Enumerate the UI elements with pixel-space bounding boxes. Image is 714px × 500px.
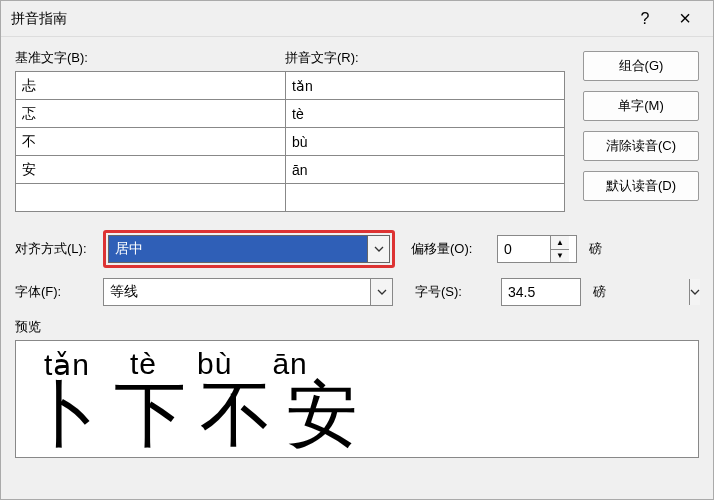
default-ruby-button[interactable]: 默认读音(D) — [583, 171, 699, 201]
ruby-cell[interactable]: tè — [286, 100, 564, 127]
help-button[interactable]: ? — [625, 4, 665, 34]
base-cell[interactable]: 安 — [16, 156, 286, 183]
close-icon: × — [679, 7, 691, 30]
font-dropdown-button[interactable] — [370, 279, 392, 305]
alignment-highlight — [103, 230, 395, 268]
base-cell[interactable]: 忑 — [16, 100, 286, 127]
chevron-down-icon — [377, 287, 387, 297]
side-buttons: 组合(G) 单字(M) 清除读音(C) 默认读音(D) — [583, 49, 699, 212]
size-label: 字号(S): — [415, 283, 493, 301]
help-icon: ? — [641, 10, 650, 28]
ruby-cell[interactable]: tǎn — [286, 72, 564, 99]
table-row: 忐 tǎn — [16, 71, 564, 99]
size-combo[interactable] — [501, 278, 581, 306]
preview-hanzi: 安 — [286, 378, 358, 450]
preview-label: 预览 — [15, 318, 699, 336]
base-text-label: 基准文字(B): — [15, 49, 285, 67]
base-cell[interactable]: 忐 — [16, 72, 286, 99]
dialog-title: 拼音指南 — [11, 10, 625, 28]
preview-box: tǎn tè bù ān 卜 下 不 安 — [15, 340, 699, 458]
base-cell[interactable]: 不 — [16, 128, 286, 155]
preview-hanzi: 不 — [200, 378, 272, 450]
alignment-input[interactable] — [109, 236, 367, 262]
font-input[interactable] — [104, 279, 370, 305]
offset-down-button[interactable]: ▼ — [551, 250, 569, 263]
base-cell[interactable] — [16, 184, 286, 211]
ruby-text-label: 拼音文字(R): — [285, 49, 359, 67]
alignment-label: 对齐方式(L): — [15, 240, 95, 258]
alignment-row: 对齐方式(L): 偏移量(O): ▲ ▼ — [15, 230, 699, 268]
table-row: 不 bù — [16, 127, 564, 155]
table-row: 忑 tè — [16, 99, 564, 127]
offset-spinner[interactable]: ▲ ▼ — [497, 235, 577, 263]
chevron-down-icon — [690, 287, 700, 297]
font-combo[interactable] — [103, 278, 393, 306]
size-unit: 磅 — [593, 283, 606, 301]
ruby-cell[interactable]: ān — [286, 156, 564, 183]
offset-unit: 磅 — [589, 240, 602, 258]
offset-spinner-buttons: ▲ ▼ — [550, 236, 569, 262]
clear-ruby-button[interactable]: 清除读音(C) — [583, 131, 699, 161]
offset-label: 偏移量(O): — [411, 240, 489, 258]
preview-hanzi: 下 — [114, 378, 186, 450]
close-button[interactable]: × — [665, 4, 705, 34]
single-button[interactable]: 单字(M) — [583, 91, 699, 121]
preview-hanzi-row: 卜 下 不 安 — [24, 378, 690, 450]
offset-input[interactable] — [498, 236, 550, 262]
form-area: 对齐方式(L): 偏移量(O): ▲ ▼ — [15, 230, 699, 306]
alignment-combo[interactable] — [108, 235, 390, 263]
chevron-down-icon — [374, 244, 384, 254]
grid: 忐 tǎn 忑 tè 不 bù 安 ān — [15, 71, 565, 212]
size-dropdown-button[interactable] — [689, 279, 700, 305]
group-button[interactable]: 组合(G) — [583, 51, 699, 81]
column-labels: 基准文字(B): 拼音文字(R): — [15, 49, 565, 67]
dialog-body: 基准文字(B): 拼音文字(R): 忐 tǎn 忑 tè 不 bù — [1, 37, 713, 499]
table-row — [16, 183, 564, 211]
alignment-dropdown-button[interactable] — [367, 236, 389, 262]
phonetic-guide-dialog: 拼音指南 ? × 基准文字(B): 拼音文字(R): 忐 tǎn 忑 tè — [0, 0, 714, 500]
offset-up-button[interactable]: ▲ — [551, 236, 569, 250]
ruby-table: 基准文字(B): 拼音文字(R): 忐 tǎn 忑 tè 不 bù — [15, 49, 565, 212]
ruby-cell[interactable]: bù — [286, 128, 564, 155]
main-area: 基准文字(B): 拼音文字(R): 忐 tǎn 忑 tè 不 bù — [15, 49, 699, 212]
ruby-cell[interactable] — [286, 184, 564, 211]
preview-hanzi: 卜 — [28, 378, 100, 450]
font-row: 字体(F): 字号(S): 磅 — [15, 278, 699, 306]
font-label: 字体(F): — [15, 283, 95, 301]
table-row: 安 ān — [16, 155, 564, 183]
titlebar: 拼音指南 ? × — [1, 1, 713, 37]
